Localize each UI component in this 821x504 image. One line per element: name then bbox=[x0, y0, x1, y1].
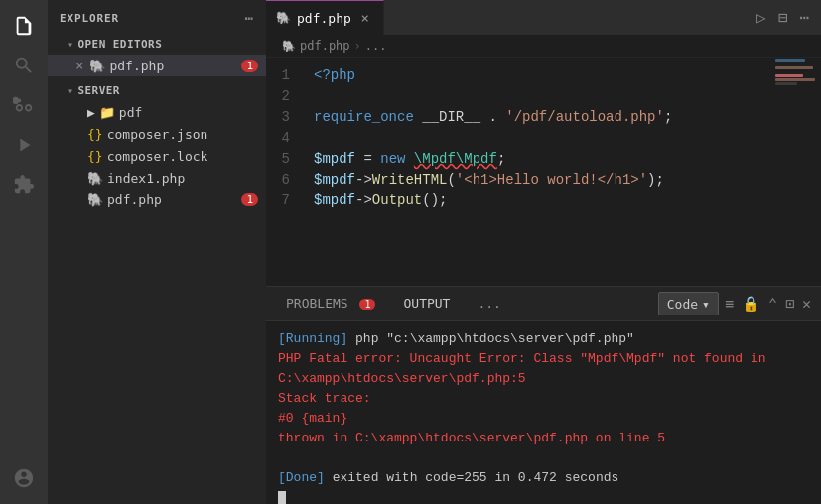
code-line-6: 6 $mpdf->WriteHTML('<h1>Hello world!</h1… bbox=[266, 170, 771, 190]
breadcrumb: 🐘 pdf.php › ... bbox=[266, 35, 821, 58]
file-pdf-php[interactable]: 🐘 pdf.php 1 bbox=[48, 189, 266, 210]
folder-arrow: ▶ bbox=[87, 105, 95, 120]
output-line-5: #0 {main} bbox=[278, 409, 809, 429]
open-editor-pdf-php[interactable]: × 🐘 pdf.php 1 bbox=[48, 55, 266, 76]
new-file-icon[interactable]: ⋯ bbox=[245, 10, 254, 26]
problems-label: PROBLEMS bbox=[286, 296, 348, 311]
open-editors-section: ▾ OPEN EDITORS × 🐘 pdf.php 1 bbox=[48, 32, 266, 78]
breadcrumb-php-icon: 🐘 bbox=[282, 40, 296, 53]
minimap-content bbox=[771, 58, 821, 286]
panel-up-icon[interactable]: ⌃ bbox=[766, 293, 779, 315]
tab-close-button[interactable]: × bbox=[357, 10, 373, 26]
sidebar-header-icons: ⋯ bbox=[245, 10, 254, 26]
code-line-3: 3 require_once __DIR__ . '/pdf/autoload.… bbox=[266, 107, 771, 128]
composer-json-name: composer.json bbox=[107, 127, 208, 142]
terminal-output[interactable]: [Running] php "c:\xampp\htdocs\server\pd… bbox=[266, 321, 821, 504]
line-num-6: 6 bbox=[266, 170, 306, 190]
close-icon[interactable]: × bbox=[75, 58, 83, 73]
code-line-4: 4 bbox=[266, 128, 771, 149]
tab-label: pdf.php bbox=[297, 11, 351, 26]
server-arrow: ▾ bbox=[68, 85, 73, 96]
line-num-1: 1 bbox=[266, 65, 306, 86]
error-line-3: C:\xampp\htdocs\server\pdf.php:5 bbox=[278, 371, 526, 386]
error-line-4: Stack trace: bbox=[278, 391, 371, 406]
line-content-3: require_once __DIR__ . '/pdf/autoload.ph… bbox=[306, 107, 672, 128]
line-content-2 bbox=[306, 86, 322, 107]
index1-php-name: index1.php bbox=[107, 171, 185, 186]
split-editor-icon[interactable]: ⊟ bbox=[774, 6, 792, 29]
error-line-2: PHP Fatal error: Uncaught Error: Class "… bbox=[278, 351, 765, 366]
breadcrumb-sep: › bbox=[354, 39, 361, 53]
json-lock-icon: {} bbox=[87, 149, 103, 164]
server-title[interactable]: ▾ SERVER bbox=[48, 80, 266, 101]
extensions-icon[interactable] bbox=[6, 167, 42, 202]
code-dropdown-label: Code bbox=[667, 297, 698, 312]
source-control-icon[interactable] bbox=[6, 87, 42, 123]
file-composer-lock[interactable]: {} composer.lock bbox=[48, 145, 266, 167]
output-line-7 bbox=[278, 448, 809, 468]
tabs-bar: 🐘 pdf.php × ▷ ⊟ ⋯ bbox=[266, 0, 821, 35]
run-icon[interactable]: ▷ bbox=[753, 6, 770, 29]
php-icon-pdf: 🐘 bbox=[87, 192, 103, 207]
line-num-4: 4 bbox=[266, 128, 306, 149]
panel-list-icon[interactable]: ≡ bbox=[723, 293, 736, 315]
tab-spacer bbox=[384, 0, 745, 35]
running-command: php "c:\xampp\htdocs\server\pdf.php" bbox=[355, 331, 634, 346]
run-debug-icon[interactable] bbox=[6, 127, 42, 163]
panel-maximize-icon[interactable]: ⊡ bbox=[783, 293, 796, 315]
line-content-4 bbox=[306, 128, 322, 149]
code-editor[interactable]: 1 <?php 2 3 require_once __DIR__ . '/pdf… bbox=[266, 58, 771, 286]
sidebar-header: EXPLORER ⋯ bbox=[48, 0, 266, 32]
sidebar-title: EXPLORER bbox=[60, 12, 119, 25]
folder-name: pdf bbox=[119, 105, 142, 120]
problems-badge: 1 bbox=[359, 299, 375, 310]
breadcrumb-dots: ... bbox=[365, 39, 387, 53]
activity-bar bbox=[0, 0, 48, 504]
done-text: exited with code=255 in 0.472 bbox=[333, 470, 565, 485]
php-icon: 🐘 bbox=[89, 59, 105, 73]
file-index1-php[interactable]: 🐘 index1.php bbox=[48, 167, 266, 189]
top-right-icons: ▷ ⊟ ⋯ bbox=[745, 0, 821, 35]
terminal-panel: PROBLEMS 1 OUTPUT ... Code ▾ ≡ 🔒 ⌃ ⊡ ✕ bbox=[266, 286, 821, 504]
file-composer-json[interactable]: {} composer.json bbox=[48, 123, 266, 145]
seconds-label: seconds bbox=[565, 470, 619, 485]
breadcrumb-filename: pdf.php bbox=[300, 39, 350, 53]
more-actions-icon[interactable]: ⋯ bbox=[795, 6, 813, 29]
pdf-php-name: pdf.php bbox=[107, 192, 162, 207]
account-icon[interactable] bbox=[6, 460, 42, 496]
tab-php-icon: 🐘 bbox=[276, 11, 291, 25]
output-label: OUTPUT bbox=[403, 296, 450, 311]
code-line-5: 5 $mpdf = new \Mpdf\Mpdf; bbox=[266, 149, 771, 170]
line-content-6: $mpdf->WriteHTML('<h1>Hello world!</h1>'… bbox=[306, 170, 664, 190]
minimap bbox=[771, 58, 821, 286]
folder-pdf[interactable]: ▶ 📁 pdf bbox=[48, 101, 266, 123]
files-icon[interactable] bbox=[6, 8, 42, 44]
tab-output[interactable]: OUTPUT bbox=[391, 292, 462, 315]
json-icon: {} bbox=[87, 127, 103, 142]
line-num-3: 3 bbox=[266, 107, 306, 128]
more-label: ... bbox=[478, 296, 500, 311]
line-num-2: 2 bbox=[266, 86, 306, 107]
code-line-2: 2 bbox=[266, 86, 771, 107]
tab-pdf-php[interactable]: 🐘 pdf.php × bbox=[266, 0, 384, 35]
output-line-1: [Running] php "c:\xampp\htdocs\server\pd… bbox=[278, 329, 809, 349]
code-dropdown[interactable]: Code ▾ bbox=[658, 292, 719, 315]
main-editor-area: 🐘 pdf.php × ▷ ⊟ ⋯ 🐘 pdf.php › ... 1 <?ph… bbox=[266, 0, 821, 504]
tab-more[interactable]: ... bbox=[466, 292, 512, 315]
open-editors-arrow: ▾ bbox=[68, 39, 73, 50]
error-line-5: #0 {main} bbox=[278, 411, 347, 426]
tab-problems[interactable]: PROBLEMS 1 bbox=[274, 292, 387, 315]
open-editors-title[interactable]: ▾ OPEN EDITORS bbox=[48, 34, 266, 55]
sidebar: EXPLORER ⋯ ▾ OPEN EDITORS × 🐘 pdf.php 1 … bbox=[48, 0, 266, 504]
line-num-5: 5 bbox=[266, 149, 306, 170]
terminal-cursor bbox=[278, 491, 286, 504]
php-icon-index: 🐘 bbox=[87, 171, 103, 186]
panel-lock-icon[interactable]: 🔒 bbox=[740, 293, 762, 315]
line-num-7: 7 bbox=[266, 190, 306, 211]
panel-close-icon[interactable]: ✕ bbox=[800, 293, 813, 315]
running-label: [Running] bbox=[278, 331, 347, 346]
composer-lock-name: composer.lock bbox=[107, 149, 208, 164]
line-content-7: $mpdf->Output(); bbox=[306, 190, 447, 211]
search-icon[interactable] bbox=[6, 48, 42, 83]
code-line-7: 7 $mpdf->Output(); bbox=[266, 190, 771, 211]
